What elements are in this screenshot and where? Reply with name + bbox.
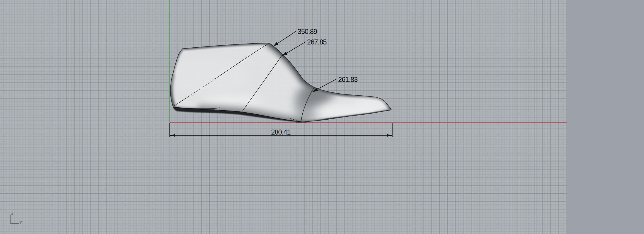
svg-text:267.85: 267.85 <box>307 38 327 46</box>
svg-text:261.83: 261.83 <box>338 76 358 83</box>
svg-text:z: z <box>11 211 13 216</box>
svg-text:280.41: 280.41 <box>271 128 290 136</box>
svg-text:y: y <box>20 220 22 224</box>
svg-text:350.89: 350.89 <box>298 28 317 35</box>
